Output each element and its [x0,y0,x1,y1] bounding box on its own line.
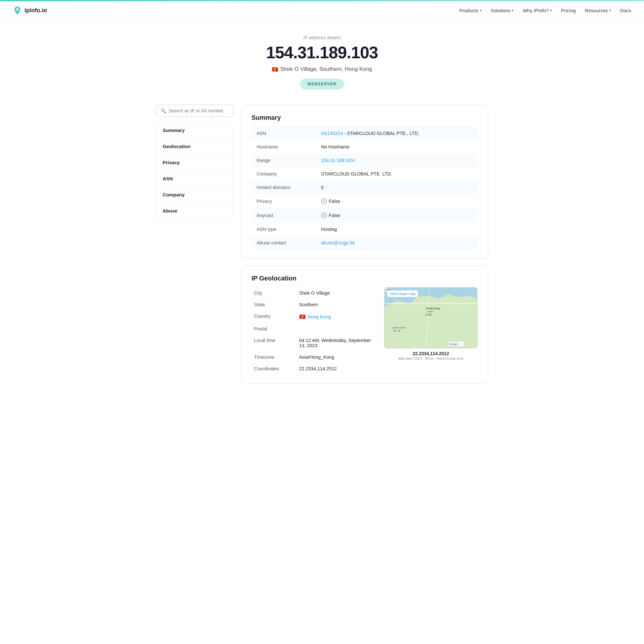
geo-row: Postal [251,323,376,335]
row-label: ASN type [251,223,316,236]
geo-row: State Southern [251,299,376,310]
row-value: 154.31.189.0/24 [316,154,478,167]
chevron-down-icon: ▾ [550,8,552,13]
row-value: 0 [316,181,478,194]
table-row: ASN AS140224 - STARCLOUD GLOBAL PTE., LT… [251,127,478,140]
geo-table-wrap: City Shek O Village State Southern Count… [251,287,376,374]
geo-value: 04:12 AM, Wednesday, September 13, 2023 [297,335,376,351]
row-label: Range [251,154,316,167]
hk-flag: 🇭🇰 [272,66,278,72]
hero-subtitle: IP address details [6,35,638,40]
sidebar-item-asn[interactable]: ASN [156,171,233,187]
geo-value: 22.2334,114.2512 [297,363,376,374]
main-content: 🔍 Summary Geolocation Privacy ASN Compan… [148,99,496,397]
geo-label: Timezone [251,351,297,363]
sidebar-nav: Summary Geolocation Privacy ASN Company … [156,122,233,219]
nav-pricing[interactable]: Pricing [561,8,576,13]
row-label: ASN [251,127,316,140]
map-footer: Map data ©2023 Terms Report a map error [384,357,478,360]
row-label: Privacy [251,194,316,208]
geo-value: 🇭🇰 Hong Kong [297,310,376,323]
sidebar-item-company[interactable]: Company [156,187,233,203]
abuse-link[interactable]: abuse@scgp.ltd [321,240,355,245]
asn-link[interactable]: AS140224 [321,131,343,136]
country-link[interactable]: Hong Kong [308,314,331,319]
table-row: Anycast ✕ False [251,208,478,223]
sidebar-item-abuse[interactable]: Abuse [156,203,233,219]
view-larger-map-btn[interactable]: View larger map [387,290,418,297]
nav-products[interactable]: Products ▾ [459,8,481,13]
nav-docs[interactable]: Docs [620,8,631,13]
geo-label: Country [251,310,297,323]
table-row: Hostname No Hostname [251,140,478,154]
row-label: Abuse contact [251,236,316,250]
geo-value: Southern [297,299,376,310]
sidebar-item-privacy[interactable]: Privacy [156,155,233,171]
geo-row: City Shek O Village [251,287,376,299]
row-value: ✕ False [316,194,478,208]
chevron-down-icon: ▾ [512,8,514,13]
chevron-down-icon: ▾ [480,8,482,13]
table-row: Range 154.31.189.0/24 [251,154,478,167]
map-label-hk: Hong Kong [426,307,440,310]
map-coords: 22.2334,114.2512 [384,351,478,356]
row-value: STARCLOUD GLOBAL PTE. LTD. [316,167,478,181]
map-google-label: Google [449,343,458,346]
geo-label: Postal [251,323,297,335]
table-row: Privacy ✕ False [251,194,478,208]
logo[interactable]: ipinfo.io [13,6,47,15]
geo-row: Country 🇭🇰 Hong Kong [251,310,376,323]
nav-solutions[interactable]: Solutions ▾ [491,8,514,13]
geo-row: Coordinates 22.2334,114.2512 [251,363,376,374]
geo-content: City Shek O Village State Southern Count… [251,287,478,374]
hero-location-text: Shek O Village, Southern, Hong Kong [280,66,372,72]
table-row: ASN type Hosting [251,223,478,236]
chevron-down-icon: ▾ [609,8,611,13]
row-label: Company [251,167,316,181]
sidebar-item-geolocation[interactable]: Geolocation [156,138,233,155]
geolocation-card: IP Geolocation City Shek O Village State… [241,265,488,384]
false-icon: ✕ [321,198,327,204]
search-icon: 🔍 [161,108,166,113]
geo-value [297,323,376,335]
geo-row: Timezone Asia/Hong_Kong [251,351,376,363]
geo-row: Local time 04:12 AM, Wednesday, Septembe… [251,335,376,351]
map-container: Hong Kong Island 香港島 Lamma Island 南丫島 Go… [384,287,478,374]
hero-location: 🇭🇰 Shek O Village, Southern, Hong Kong [6,66,638,72]
nav-links: Products ▾ Solutions ▾ Why IPinfo? ▾ Pri… [459,8,631,13]
map-label-lamma: Lamma Island [392,327,406,329]
row-value: abuse@scgp.ltd [316,236,478,250]
search-box[interactable]: 🔍 [156,105,233,117]
webserver-badge[interactable]: WEBSERVER [300,79,344,89]
hero-section: IP address details 154.31.189.103 🇭🇰 She… [0,20,644,99]
sidebar-item-summary[interactable]: Summary [156,122,233,138]
nav-whyipinfo[interactable]: Why IPinfo? ▾ [523,8,552,13]
map-label-hki: Island [427,310,433,313]
map-label-lamma-zh: 南丫島 [393,330,400,332]
row-label: Anycast [251,208,316,223]
geo-label: State [251,299,297,310]
sidebar: 🔍 Summary Geolocation Privacy ASN Compan… [156,105,233,384]
navbar: ipinfo.io Products ▾ Solutions ▾ Why IPi… [0,1,644,20]
country-flag: 🇭🇰 [299,314,306,320]
summary-card: Summary ASN AS140224 - STARCLOUD GLOBAL … [241,105,488,259]
geo-table: City Shek O Village State Southern Count… [251,287,376,374]
svg-point-0 [16,8,19,11]
summary-title: Summary [251,114,478,121]
row-label: Hosted domains [251,181,316,194]
geo-title: IP Geolocation [251,275,478,282]
row-value: No Hostname [316,140,478,154]
row-value: ✕ False [316,208,478,223]
logo-text: ipinfo.io [24,7,47,14]
geo-label: Coordinates [251,363,297,374]
table-row: Hosted domains 0 [251,181,478,194]
range-link[interactable]: 154.31.189.0/24 [321,158,355,163]
summary-table: ASN AS140224 - STARCLOUD GLOBAL PTE., LT… [251,127,478,250]
table-row: Abuse contact abuse@scgp.ltd [251,236,478,250]
search-input[interactable] [169,108,228,113]
hero-ip-address: 154.31.189.103 [6,43,638,62]
row-value: AS140224 - STARCLOUD GLOBAL PTE., LTD. [316,127,478,140]
geo-value: Asia/Hong_Kong [297,351,376,363]
nav-resources[interactable]: Resources ▾ [585,8,611,13]
geo-label: City [251,287,297,299]
